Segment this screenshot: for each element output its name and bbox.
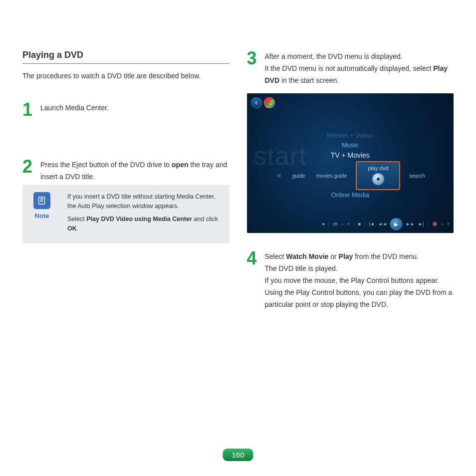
- svg-rect-5: [270, 100, 272, 102]
- svg-rect-4: [267, 100, 269, 102]
- left-arrow-icon[interactable]: ◄: [273, 171, 283, 181]
- step-number: 3: [247, 50, 260, 67]
- step-3: 3 After a moment, the DVD menu is displa…: [247, 50, 454, 86]
- tile-search[interactable]: search: [407, 168, 427, 184]
- note-box: Note If you insert a DVD title without s…: [22, 185, 230, 244]
- record-icon[interactable]: ●: [322, 222, 325, 227]
- mute-icon[interactable]: 🔇: [432, 222, 438, 227]
- back-icon[interactable]: [251, 97, 262, 108]
- tile-guide[interactable]: guide: [290, 168, 307, 184]
- menu-row-online-media[interactable]: Online Media: [247, 191, 454, 199]
- vol-up[interactable]: +: [447, 222, 450, 227]
- step-text: After a moment, the DVD menu is displaye…: [265, 50, 454, 86]
- menu-row-tv-movies[interactable]: TV + Movies: [247, 151, 454, 159]
- step-text: Press the Eject button of the DVD drive …: [40, 158, 230, 183]
- rewind-icon[interactable]: ◄◄: [378, 222, 387, 227]
- tile-movies-guide[interactable]: movies guide: [314, 168, 349, 184]
- note-line: If you insert a DVD title without starti…: [67, 192, 223, 212]
- skip-fwd-icon[interactable]: ►|: [418, 222, 424, 227]
- step-1: 1 Launch Media Center.: [22, 101, 230, 118]
- menu-row-music[interactable]: Music: [247, 141, 454, 149]
- svg-rect-0: [39, 197, 45, 204]
- ch-up[interactable]: +: [347, 222, 350, 227]
- playback-controls: ● | ch – + | ■ | |◄ ◄◄ ▶ ►► ►| | 🔇 – +: [322, 218, 450, 230]
- page-number-badge: 160: [223, 449, 253, 461]
- section-title: Playing a DVD: [22, 50, 230, 64]
- tile-play-dvd[interactable]: play dvd: [356, 161, 400, 190]
- play-icon[interactable]: ▶: [390, 218, 402, 230]
- tile-label: play dvd: [368, 165, 388, 171]
- note-line: Select Play DVD Video using Media Center…: [67, 215, 223, 234]
- skip-back-icon[interactable]: |◄: [369, 222, 374, 227]
- svg-rect-7: [270, 103, 272, 105]
- windows-logo-icon[interactable]: [264, 97, 275, 108]
- step-text: Select Watch Movie or Play from the DVD …: [265, 250, 454, 310]
- svg-rect-6: [267, 103, 269, 105]
- step-2: 2 Press the Eject button of the DVD driv…: [22, 158, 230, 183]
- tiles-row: ◄ guide movies guide play dvd search: [247, 161, 454, 190]
- vol-down[interactable]: –: [441, 222, 444, 227]
- forward-icon[interactable]: ►►: [406, 222, 415, 227]
- dvd-disc-icon: [372, 173, 384, 185]
- text: Press the Eject button of the DVD drive …: [40, 161, 172, 169]
- step-number: 4: [247, 250, 260, 267]
- step-number: 2: [22, 158, 35, 175]
- media-center-screenshot: start Pictures + Videos Music TV + Movie…: [247, 93, 454, 233]
- ch-label: ch: [333, 222, 338, 227]
- stop-icon[interactable]: ■: [358, 222, 360, 227]
- text: It the DVD menu is not automatically dis…: [265, 64, 434, 72]
- step-number: 1: [22, 101, 35, 118]
- step-4: 4 Select Watch Movie or Play from the DV…: [247, 250, 454, 310]
- ch-down[interactable]: –: [341, 222, 344, 227]
- note-icon: [33, 192, 50, 209]
- menu-row-pictures[interactable]: Pictures + Videos: [247, 132, 454, 139]
- step-text: Launch Media Center.: [40, 101, 109, 114]
- note-label: Note: [22, 212, 61, 220]
- intro-text: The procedures to watch a DVD title are …: [22, 71, 230, 81]
- bold-text: open: [172, 161, 188, 169]
- note-text: If you insert a DVD title without starti…: [67, 192, 223, 237]
- text: in the start screen.: [279, 76, 339, 84]
- text: After a moment, the DVD menu is displaye…: [265, 52, 403, 60]
